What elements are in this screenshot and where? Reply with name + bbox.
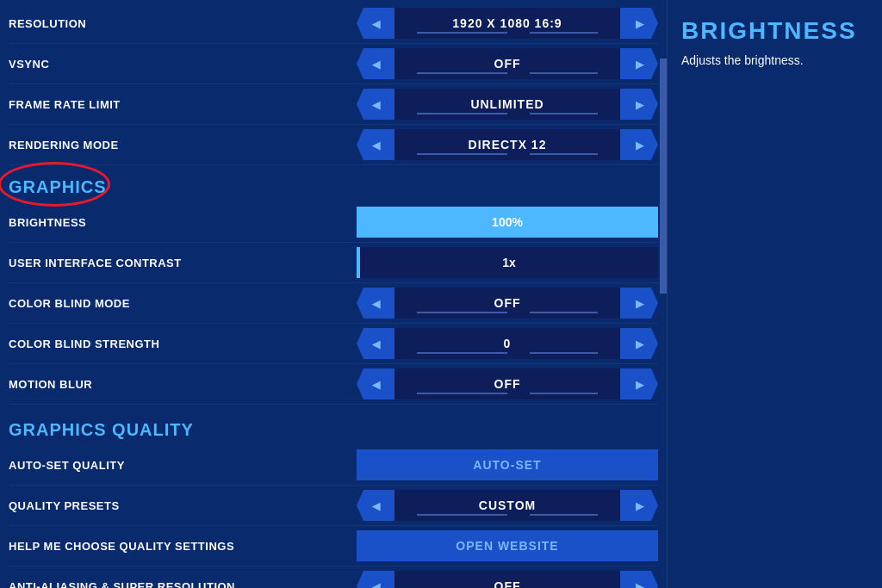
anti-aliasing-left-chevron	[372, 579, 380, 588]
motion-blur-left-arrow[interactable]	[357, 368, 394, 399]
frame-rate-left-chevron	[372, 96, 380, 112]
quality-presets-right-chevron	[636, 498, 643, 513]
open-website-button[interactable]: OPEN WEBSITE	[357, 530, 658, 561]
vsync-left-chevron	[372, 56, 380, 71]
motion-blur-right-arrow[interactable]	[620, 368, 658, 399]
color-blind-strength-right-arrow[interactable]	[620, 328, 658, 359]
quality-presets-right-arrow[interactable]	[620, 490, 658, 521]
rendering-mode-control: DIRECTX 12	[357, 129, 658, 160]
rendering-mode-left-arrow[interactable]	[357, 129, 394, 160]
color-blind-mode-value: OFF	[394, 288, 620, 319]
vsync-label: VSYNC	[9, 58, 319, 71]
anti-aliasing-right-chevron	[636, 579, 643, 588]
color-blind-strength-left-chevron	[372, 336, 380, 351]
scrollbar-thumb[interactable]	[660, 59, 667, 294]
anti-aliasing-control: OFF	[357, 571, 658, 588]
color-blind-mode-control: OFF	[357, 288, 658, 319]
resolution-row: RESOLUTION 1920 X 1080 16:9	[9, 3, 658, 44]
quality-presets-control: CUSTOM	[357, 490, 658, 521]
sidebar-title: BRIGHTNESS	[681, 17, 868, 45]
brightness-control[interactable]: 100%	[357, 207, 658, 238]
ui-contrast-control[interactable]: 1x	[357, 247, 658, 278]
vsync-row: VSYNC OFF	[9, 44, 658, 84]
rendering-mode-value: DIRECTX 12	[394, 129, 620, 160]
auto-set-quality-label: AUTO-SET QUALITY	[9, 459, 319, 472]
color-blind-mode-left-chevron	[372, 295, 380, 311]
help-choose-quality-label: HELP ME CHOOSE QUALITY SETTINGS	[9, 540, 319, 553]
anti-aliasing-label: ANTI-ALIASING & SUPER RESOLUTION	[9, 580, 319, 589]
resolution-left-chevron	[372, 15, 380, 31]
vsync-left-arrow[interactable]	[357, 48, 394, 79]
anti-aliasing-value: OFF	[394, 571, 620, 588]
graphics-quality-section-header: GRAPHICS QUALITY	[9, 412, 194, 443]
graphics-header-container: GRAPHICS	[9, 169, 107, 201]
rendering-mode-label: RENDERING MODE	[9, 139, 319, 152]
frame-rate-limit-label: FRAME RATE LIMIT	[9, 98, 319, 111]
motion-blur-value: OFF	[394, 368, 620, 399]
help-choose-quality-row: HELP ME CHOOSE QUALITY SETTINGS OPEN WEB…	[9, 526, 658, 566]
color-blind-mode-left-arrow[interactable]	[357, 288, 394, 319]
color-blind-mode-row: COLOR BLIND MODE OFF	[9, 283, 658, 324]
auto-set-quality-row: AUTO-SET QUALITY AUTO-SET	[9, 445, 658, 486]
motion-blur-right-chevron	[636, 376, 643, 392]
graphics-quality-header-row: GRAPHICS QUALITY	[9, 405, 658, 445]
color-blind-strength-right-chevron	[636, 336, 643, 351]
anti-aliasing-right-arrow[interactable]	[620, 571, 658, 588]
rendering-mode-row: RENDERING MODE DIRECTX 12	[9, 125, 658, 165]
motion-blur-label: MOTION BLUR	[9, 378, 319, 391]
sidebar-description: Adjusts the brightness.	[681, 53, 868, 67]
resolution-control: 1920 X 1080 16:9	[357, 8, 658, 39]
info-sidebar: BRIGHTNESS Adjusts the brightness.	[667, 0, 882, 588]
rendering-mode-right-arrow[interactable]	[620, 129, 658, 160]
frame-rate-control: UNLIMITED	[357, 89, 658, 120]
graphics-section-header: GRAPHICS	[9, 169, 107, 201]
vsync-right-arrow[interactable]	[620, 48, 658, 79]
resolution-left-arrow[interactable]	[357, 8, 394, 39]
rendering-mode-left-chevron	[372, 137, 380, 152]
motion-blur-left-chevron	[372, 376, 380, 392]
anti-aliasing-row: ANTI-ALIASING & SUPER RESOLUTION OFF	[9, 566, 658, 588]
vsync-right-chevron	[636, 56, 643, 71]
ui-contrast-row: USER INTERFACE CONTRAST 1x	[9, 243, 658, 283]
color-blind-mode-right-chevron	[636, 295, 643, 311]
brightness-row: BRIGHTNESS 100%	[9, 202, 658, 243]
settings-panel: RESOLUTION 1920 X 1080 16:9 VSYNC OFF FR…	[0, 0, 667, 588]
frame-rate-value: UNLIMITED	[394, 89, 620, 120]
settings-list: RESOLUTION 1920 X 1080 16:9 VSYNC OFF FR…	[0, 0, 667, 588]
quality-presets-left-arrow[interactable]	[357, 490, 394, 521]
anti-aliasing-left-arrow[interactable]	[357, 571, 394, 588]
resolution-right-chevron	[636, 15, 643, 31]
color-blind-mode-right-arrow[interactable]	[620, 288, 658, 319]
ui-contrast-label: USER INTERFACE CONTRAST	[9, 257, 319, 269]
quality-presets-left-chevron	[372, 498, 380, 513]
resolution-value: 1920 X 1080 16:9	[394, 8, 620, 39]
frame-rate-left-arrow[interactable]	[357, 89, 394, 120]
color-blind-strength-label: COLOR BLIND STRENGTH	[9, 337, 319, 350]
motion-blur-row: MOTION BLUR OFF	[9, 364, 658, 405]
brightness-value: 100%	[357, 207, 658, 238]
frame-rate-limit-row: FRAME RATE LIMIT UNLIMITED	[9, 84, 658, 125]
quality-presets-row: QUALITY PRESETS CUSTOM	[9, 486, 658, 526]
frame-rate-right-chevron	[636, 96, 643, 112]
resolution-right-arrow[interactable]	[620, 8, 658, 39]
color-blind-strength-control: 0	[357, 328, 658, 359]
color-blind-strength-value: 0	[394, 328, 620, 359]
resolution-label: RESOLUTION	[9, 17, 319, 30]
frame-rate-right-arrow[interactable]	[620, 89, 658, 120]
rendering-mode-right-chevron	[636, 137, 643, 152]
color-blind-strength-left-arrow[interactable]	[357, 328, 394, 359]
color-blind-mode-label: COLOR BLIND MODE	[9, 297, 319, 310]
brightness-label: BRIGHTNESS	[9, 216, 319, 229]
quality-presets-label: QUALITY PRESETS	[9, 499, 319, 512]
graphics-header-row: GRAPHICS	[9, 165, 658, 202]
auto-set-quality-button[interactable]: AUTO-SET	[357, 449, 658, 480]
ui-contrast-value: 1x	[502, 256, 516, 269]
vsync-control: OFF	[357, 48, 658, 79]
motion-blur-control: OFF	[357, 368, 658, 399]
vsync-value: OFF	[394, 48, 620, 79]
color-blind-strength-row: COLOR BLIND STRENGTH 0	[9, 324, 658, 364]
scrollbar[interactable]	[660, 0, 667, 588]
quality-presets-value: CUSTOM	[394, 490, 620, 521]
